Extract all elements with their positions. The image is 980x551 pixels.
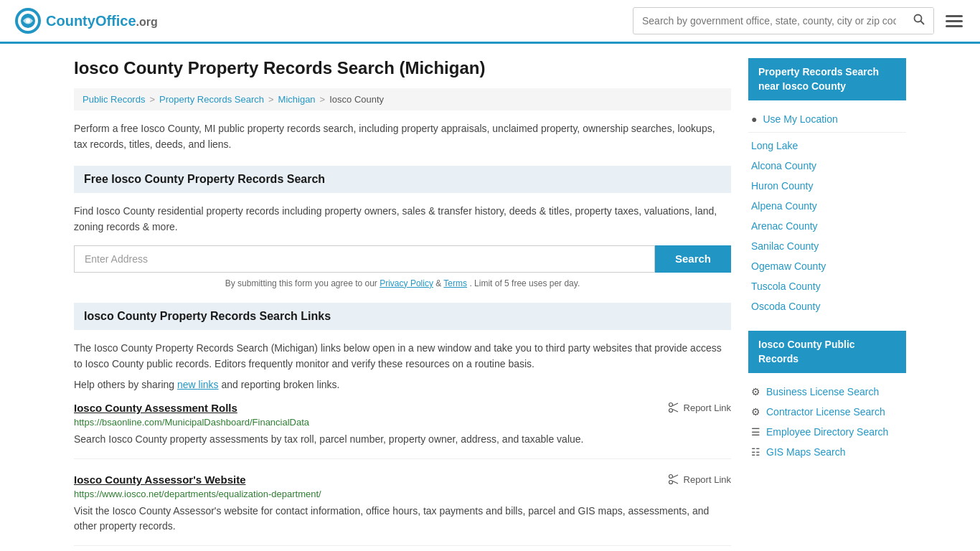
share-text: Help others by sharing new links and rep… (74, 379, 731, 390)
svg-line-5 (921, 22, 924, 24)
scissors-icon-2 (668, 474, 679, 485)
link-item-2-desc: Visit the Iosco County Assessor's websit… (74, 504, 731, 534)
breadcrumb-item-3[interactable]: Michigan (278, 94, 316, 105)
main-container: Iosco County Property Records Search (Mi… (60, 44, 920, 551)
new-links-link[interactable]: new links (177, 379, 219, 390)
link-item-2-title[interactable]: Iosco County Assessor's Website (74, 474, 245, 486)
svg-line-8 (672, 403, 678, 406)
sidebar-public-records-title: Iosco County Public Records (748, 331, 906, 373)
sidebar-contractor-license-link[interactable]: ⚙ Contractor License Search (748, 402, 906, 422)
header-search-area (633, 7, 966, 34)
svg-point-7 (669, 409, 672, 413)
address-form: Search (74, 245, 731, 273)
sidebar-link-ogemaw[interactable]: Ogemaw County (748, 256, 906, 276)
breadcrumb-sep-3: > (320, 94, 326, 105)
gear-icon-2: ⚙ (751, 406, 760, 418)
address-input[interactable] (74, 245, 655, 273)
global-search-button[interactable] (905, 8, 933, 34)
sidebar-employee-directory-link[interactable]: ☰ Employee Directory Search (748, 422, 906, 442)
report-link-2[interactable]: Report Link (668, 474, 731, 485)
global-search-input[interactable] (633, 9, 905, 32)
breadcrumb-item-2[interactable]: Property Records Search (159, 94, 264, 105)
link-item-1-header: Iosco County Assessment Rolls Report Lin… (74, 402, 731, 414)
breadcrumb-sep-2: > (268, 94, 274, 105)
global-search-bar (633, 7, 934, 34)
link-item-1-title[interactable]: Iosco County Assessment Rolls (74, 402, 237, 414)
address-search-button[interactable]: Search (655, 245, 731, 273)
sidebar-public-records-section: Iosco County Public Records ⚙ Business L… (748, 331, 906, 462)
list-icon: ☰ (751, 426, 760, 438)
sidebar-link-oscoda[interactable]: Oscoda County (748, 296, 906, 316)
svg-line-12 (672, 475, 678, 478)
breadcrumb-item-1[interactable]: Public Records (83, 94, 145, 105)
scissors-icon-1 (668, 402, 679, 413)
search-icon (913, 14, 925, 25)
svg-point-6 (669, 403, 672, 407)
links-section-header: Iosco County Property Records Search Lin… (74, 303, 731, 330)
header: CountyOffice.org (0, 0, 980, 44)
link-item-1-desc: Search Iosco County property assessments… (74, 432, 731, 447)
svg-line-9 (672, 410, 678, 413)
logo[interactable]: CountyOffice.org (14, 7, 158, 34)
svg-line-13 (672, 481, 678, 484)
privacy-policy-link[interactable]: Privacy Policy (380, 278, 433, 288)
sidebar-divider (748, 132, 906, 133)
sidebar-link-huron[interactable]: Huron County (748, 176, 906, 196)
free-search-header: Free Iosco County Property Records Searc… (74, 166, 731, 193)
report-link-1[interactable]: Report Link (668, 402, 731, 413)
location-icon: ● (751, 113, 757, 125)
sidebar-nearby-title: Property Records Search near Iosco Count… (748, 58, 906, 100)
terms-link[interactable]: Terms (443, 278, 467, 288)
page-title: Iosco County Property Records Search (Mi… (74, 58, 731, 78)
link-item-2-url: https://www.iosco.net/departments/equali… (74, 489, 731, 499)
links-section: Iosco County Property Records Search Lin… (74, 303, 731, 547)
link-item-1-url: https://bsaonline.com/MunicipalDashboard… (74, 417, 731, 428)
sidebar-gis-maps-link[interactable]: ☷ GIS Maps Search (748, 442, 906, 462)
link-item-2: Iosco County Assessor's Website Report L… (74, 474, 731, 546)
sidebar: Property Records Search near Iosco Count… (748, 58, 906, 551)
breadcrumb: Public Records > Property Records Search… (74, 88, 731, 110)
sidebar-link-tuscola[interactable]: Tuscola County (748, 276, 906, 296)
link-item-1: Iosco County Assessment Rolls Report Lin… (74, 402, 731, 459)
page-description: Perform a free Iosco County, MI public p… (74, 121, 731, 153)
svg-point-10 (669, 475, 672, 479)
sidebar-business-license-link[interactable]: ⚙ Business License Search (748, 382, 906, 402)
free-search-description: Find Iosco County residential property r… (74, 203, 731, 235)
use-my-location-link[interactable]: ● Use My Location (748, 109, 906, 129)
sidebar-link-sanilac[interactable]: Sanilac County (748, 236, 906, 256)
logo-text: CountyOffice.org (46, 13, 158, 29)
svg-point-3 (26, 19, 30, 23)
sidebar-link-alcona[interactable]: Alcona County (748, 156, 906, 176)
content-area: Iosco County Property Records Search (Mi… (74, 58, 731, 551)
free-search-section: Free Iosco County Property Records Searc… (74, 166, 731, 288)
sidebar-link-alpena[interactable]: Alpena County (748, 196, 906, 216)
form-note: By submitting this form you agree to our… (74, 278, 731, 288)
map-icon: ☷ (751, 446, 760, 458)
breadcrumb-sep-1: > (149, 94, 155, 105)
sidebar-nearby-section: Property Records Search near Iosco Count… (748, 58, 906, 316)
breadcrumb-item-current: Iosco County (329, 94, 384, 105)
sidebar-link-long-lake[interactable]: Long Lake (748, 136, 906, 156)
links-description: The Iosco County Property Records Search… (74, 340, 731, 372)
sidebar-link-arenac[interactable]: Arenac County (748, 216, 906, 236)
logo-icon (14, 7, 42, 34)
hamburger-menu[interactable] (943, 12, 966, 30)
link-item-2-header: Iosco County Assessor's Website Report L… (74, 474, 731, 486)
gear-icon-1: ⚙ (751, 386, 760, 397)
svg-point-11 (669, 481, 672, 484)
